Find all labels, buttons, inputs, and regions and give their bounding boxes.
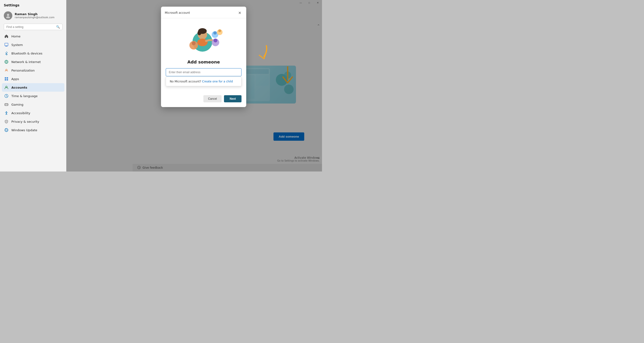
email-input-wrap: No Microsoft account? Create one for a c… xyxy=(161,68,246,76)
personalization-icon xyxy=(4,68,8,73)
sidebar-item-update[interactable]: Windows Update xyxy=(2,126,64,134)
microsoft-account-dialog: Microsoft account ✕ xyxy=(161,7,246,107)
sidebar-item-network-label: Network & internet xyxy=(11,60,41,64)
svg-rect-7 xyxy=(5,77,6,79)
sidebar-item-apps-label: Apps xyxy=(11,77,19,81)
sidebar-item-network[interactable]: Network & internet xyxy=(2,58,64,66)
dialog-title: Microsoft account xyxy=(165,11,190,15)
svg-point-1 xyxy=(6,16,10,18)
sidebar-item-accessibility[interactable]: Accessibility xyxy=(2,109,64,117)
gaming-icon xyxy=(4,102,8,107)
suggestion-text: No Microsoft account? xyxy=(170,80,201,83)
sidebar-item-privacy-label: Privacy & security xyxy=(11,120,39,123)
dialog-heading: Add someone xyxy=(161,59,246,68)
search-box[interactable]: 🔍 xyxy=(4,24,62,30)
avatar xyxy=(4,11,12,20)
svg-rect-10 xyxy=(7,79,8,81)
svg-point-16 xyxy=(6,111,7,112)
nav-list: Home System Bluetooth & devices Network … xyxy=(0,32,66,172)
user-name: Raman Singh xyxy=(15,12,54,16)
svg-point-6 xyxy=(6,69,7,71)
svg-rect-8 xyxy=(7,77,8,79)
main-content: Add someone Microsoft account ✕ xyxy=(66,0,322,172)
next-button[interactable]: Next xyxy=(224,95,242,102)
sidebar: Settings Raman Singh ramanpaulsingh@outl… xyxy=(0,0,66,172)
home-icon xyxy=(4,34,8,38)
sidebar-item-bluetooth-label: Bluetooth & devices xyxy=(11,52,42,55)
sidebar-item-system-label: System xyxy=(11,43,23,47)
dialog-illustration xyxy=(161,18,246,59)
sidebar-item-accounts[interactable]: Accounts xyxy=(2,83,64,92)
search-input[interactable] xyxy=(6,25,55,29)
svg-point-32 xyxy=(192,42,196,45)
sidebar-item-accessibility-label: Accessibility xyxy=(11,111,30,115)
accessibility-icon xyxy=(4,111,8,115)
dropdown-suggestion: No Microsoft account? Create one for a c… xyxy=(166,77,242,86)
network-icon xyxy=(4,60,8,64)
sidebar-item-accounts-label: Accounts xyxy=(11,86,27,89)
svg-point-14 xyxy=(7,104,7,105)
email-input[interactable] xyxy=(166,68,242,76)
sidebar-item-time[interactable]: Time & language xyxy=(2,92,64,100)
apps-icon xyxy=(4,77,8,81)
svg-point-29 xyxy=(198,31,201,35)
close-dialog-button[interactable]: ✕ xyxy=(237,10,242,16)
bluetooth-icon xyxy=(4,51,8,56)
search-icon: 🔍 xyxy=(56,25,60,29)
sidebar-item-gaming-label: Gaming xyxy=(11,103,24,106)
sidebar-item-system[interactable]: System xyxy=(2,41,64,49)
sidebar-item-apps[interactable]: Apps xyxy=(2,75,64,83)
sidebar-item-gaming[interactable]: Gaming xyxy=(2,100,64,109)
time-icon xyxy=(4,94,8,98)
svg-rect-9 xyxy=(5,79,6,81)
accounts-icon xyxy=(4,85,8,90)
svg-point-17 xyxy=(5,128,8,132)
dialog-header: Microsoft account ✕ xyxy=(161,7,246,18)
window-controls: — □ ✕ xyxy=(296,0,322,5)
sidebar-item-home-label: Home xyxy=(11,35,20,38)
system-icon xyxy=(4,43,8,47)
close-button[interactable]: ✕ xyxy=(314,0,322,5)
sidebar-item-personalization-label: Personalization xyxy=(11,69,35,72)
svg-point-36 xyxy=(218,29,221,32)
user-section: Raman Singh ramanpaulsingh@outlook.com xyxy=(0,10,66,23)
orange-arrow-dialog xyxy=(248,43,269,60)
sidebar-item-bluetooth[interactable]: Bluetooth & devices xyxy=(2,49,64,58)
sidebar-item-home[interactable]: Home xyxy=(2,32,64,41)
cancel-button[interactable]: Cancel xyxy=(204,95,222,102)
app-title: Settings xyxy=(0,0,66,10)
sidebar-item-personalization[interactable]: Personalization xyxy=(2,66,64,75)
svg-point-38 xyxy=(214,39,217,42)
maximize-button[interactable]: □ xyxy=(305,0,314,5)
user-email: ramanpaulsingh@outlook.com xyxy=(15,16,54,19)
minimize-button[interactable]: — xyxy=(296,0,305,5)
svg-point-15 xyxy=(7,105,8,105)
svg-point-30 xyxy=(197,39,208,46)
privacy-icon xyxy=(4,119,8,124)
svg-point-0 xyxy=(7,14,9,16)
update-icon xyxy=(4,128,8,132)
create-for-child-link[interactable]: Create one for a child xyxy=(202,80,233,83)
svg-rect-2 xyxy=(5,43,8,46)
svg-point-34 xyxy=(213,31,217,35)
sidebar-item-time-label: Time & language xyxy=(11,94,38,98)
sidebar-item-privacy[interactable]: Privacy & security xyxy=(2,117,64,126)
sidebar-item-update-label: Windows Update xyxy=(11,128,37,132)
